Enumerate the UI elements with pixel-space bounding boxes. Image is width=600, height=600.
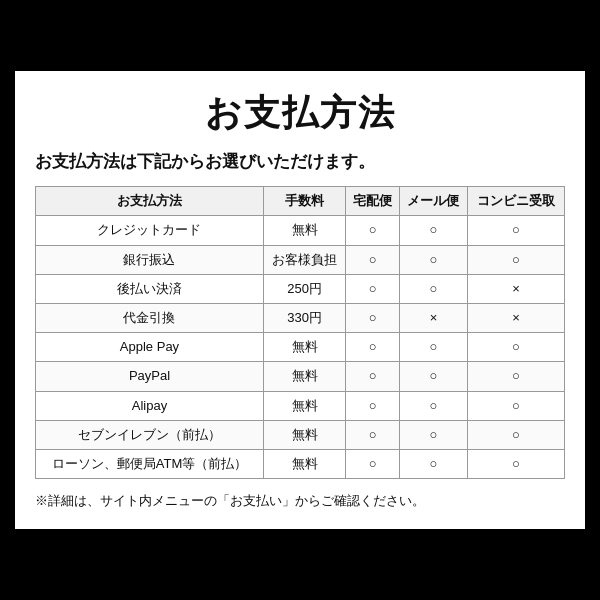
table-cell: 後払い決済 <box>36 274 264 303</box>
table-cell: ○ <box>467 362 564 391</box>
table-cell: ○ <box>467 420 564 449</box>
table-cell: ○ <box>346 216 400 245</box>
table-cell: 無料 <box>263 362 346 391</box>
table-cell: × <box>399 303 467 332</box>
col-header-delivery: 宅配便 <box>346 187 400 216</box>
table-cell: クレジットカード <box>36 216 264 245</box>
table-cell: × <box>467 303 564 332</box>
table-cell: ローソン、郵便局ATM等（前払） <box>36 449 264 478</box>
page-title: お支払方法 <box>35 89 565 138</box>
table-row: 代金引換330円○×× <box>36 303 565 332</box>
table-cell: ○ <box>346 420 400 449</box>
table-cell: ○ <box>399 449 467 478</box>
table-row: PayPal無料○○○ <box>36 362 565 391</box>
table-cell: ○ <box>346 449 400 478</box>
table-cell: ○ <box>399 274 467 303</box>
table-cell: PayPal <box>36 362 264 391</box>
table-cell: 無料 <box>263 420 346 449</box>
col-header-mail: メール便 <box>399 187 467 216</box>
subtitle-text: お支払方法は下記からお選びいただけます。 <box>35 150 565 174</box>
table-cell: ○ <box>399 420 467 449</box>
table-row: セブンイレブン（前払）無料○○○ <box>36 420 565 449</box>
table-cell: Alipay <box>36 391 264 420</box>
table-cell: ○ <box>399 333 467 362</box>
table-cell: セブンイレブン（前払） <box>36 420 264 449</box>
table-cell: 無料 <box>263 333 346 362</box>
table-cell: 無料 <box>263 391 346 420</box>
table-cell: 銀行振込 <box>36 245 264 274</box>
table-cell: ○ <box>467 216 564 245</box>
table-cell: 330円 <box>263 303 346 332</box>
table-cell: ○ <box>346 303 400 332</box>
table-cell: ○ <box>399 391 467 420</box>
payment-info-container: お支払方法 お支払方法は下記からお選びいただけます。 お支払方法 手数料 宅配便… <box>15 71 585 528</box>
payment-table: お支払方法 手数料 宅配便 メール便 コンビニ受取 クレジットカード無料○○○銀… <box>35 186 565 479</box>
table-row: ローソン、郵便局ATM等（前払）無料○○○ <box>36 449 565 478</box>
table-cell: ○ <box>399 362 467 391</box>
table-cell: ○ <box>467 391 564 420</box>
table-row: 銀行振込お客様負担○○○ <box>36 245 565 274</box>
table-cell: 代金引換 <box>36 303 264 332</box>
table-row: Apple Pay無料○○○ <box>36 333 565 362</box>
table-row: クレジットカード無料○○○ <box>36 216 565 245</box>
table-cell: ○ <box>467 245 564 274</box>
table-cell: 無料 <box>263 216 346 245</box>
table-cell: ○ <box>346 245 400 274</box>
table-cell: お客様負担 <box>263 245 346 274</box>
table-cell: ○ <box>346 391 400 420</box>
table-cell: ○ <box>399 245 467 274</box>
table-row: 後払い決済250円○○× <box>36 274 565 303</box>
col-header-method: お支払方法 <box>36 187 264 216</box>
table-cell: × <box>467 274 564 303</box>
table-cell: 無料 <box>263 449 346 478</box>
col-header-convenience: コンビニ受取 <box>467 187 564 216</box>
table-cell: ○ <box>346 274 400 303</box>
table-header-row: お支払方法 手数料 宅配便 メール便 コンビニ受取 <box>36 187 565 216</box>
table-row: Alipay無料○○○ <box>36 391 565 420</box>
table-cell: ○ <box>467 333 564 362</box>
table-cell: Apple Pay <box>36 333 264 362</box>
table-cell: ○ <box>467 449 564 478</box>
table-cell: 250円 <box>263 274 346 303</box>
table-cell: ○ <box>346 333 400 362</box>
col-header-fee: 手数料 <box>263 187 346 216</box>
table-cell: ○ <box>399 216 467 245</box>
footer-note: ※詳細は、サイト内メニューの「お支払い」からご確認ください。 <box>35 491 565 511</box>
table-cell: ○ <box>346 362 400 391</box>
